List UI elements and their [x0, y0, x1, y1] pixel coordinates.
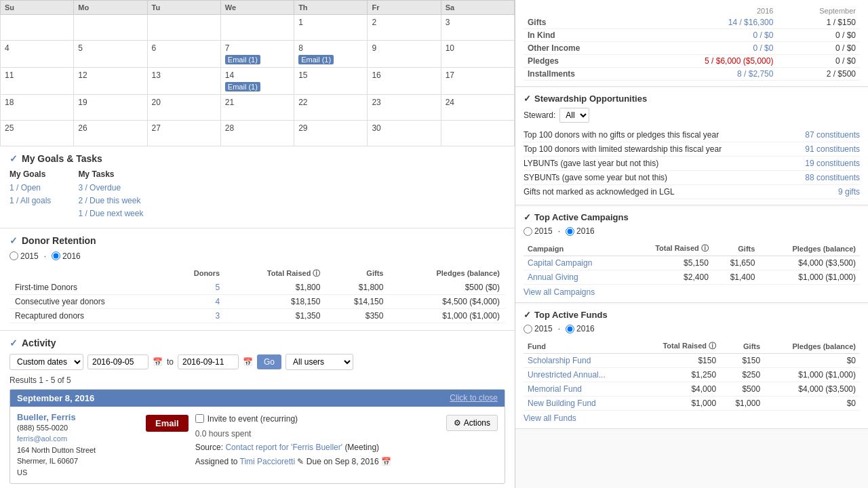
- campaign-pledges: $4,000 ($3,500): [759, 256, 860, 270]
- fund-name: Unrestricted Annual...: [524, 368, 638, 382]
- summary-col-label: [524, 5, 635, 16]
- stewardship-row-label: Gifts not marked as acknowledged in LGL: [524, 187, 675, 197]
- stewardship-row-link[interactable]: 91 constituents: [805, 144, 860, 154]
- day-number: 4: [5, 43, 69, 53]
- cal-header-tu: Tu: [147, 1, 220, 15]
- retention-row-label: First-time Donors: [9, 281, 167, 295]
- campaign-name: Capital Campaign: [524, 256, 626, 270]
- retention-table: Donors Total Raised ⓘ Gifts Pledges (bal…: [9, 266, 505, 323]
- view-all-campaigns-link[interactable]: View all Campaigns: [524, 287, 595, 297]
- steward-select[interactable]: All: [559, 108, 589, 123]
- goals-section: ✓ My Goals & Tasks My Goals 1 / Open 1 /…: [0, 146, 515, 228]
- source-link[interactable]: Contact report for 'Ferris Bueller': [225, 443, 342, 452]
- stewardship-row-link[interactable]: 19 constituents: [805, 159, 860, 168]
- stewardship-row-link[interactable]: 87 constituents: [805, 130, 860, 140]
- fund-gifts: $150: [720, 354, 764, 368]
- retention-row-donors: 4: [167, 294, 225, 308]
- summary-row-label: Installments: [524, 68, 635, 81]
- cal-day: [220, 15, 294, 41]
- fund-pledges: $1,000 ($1,000): [764, 368, 860, 382]
- goals-section-title: ✓ My Goals & Tasks: [9, 153, 505, 164]
- cal-day: 23: [368, 95, 441, 121]
- camp-col-pledges: Pledges (balance): [759, 241, 860, 256]
- stewardship-row-link[interactable]: 9 gifts: [838, 187, 860, 197]
- campaigns-2015-radio[interactable]: 2015: [524, 226, 553, 236]
- email-tag[interactable]: Email (1): [298, 55, 334, 64]
- campaign-gifts: $1,650: [713, 256, 760, 270]
- assigned-row: Assigned to Timi Paccioretti ✎ Due on Se…: [195, 455, 439, 468]
- summary-row: Pledges5 / $6,000 ($5,000)0 / $0: [524, 55, 860, 68]
- day-number: 2: [372, 18, 436, 27]
- funds-icon: ✓: [524, 310, 531, 320]
- funds-2016-radio[interactable]: 2016: [566, 324, 595, 333]
- stewardship-row: LYBUNTs (gave last year but not this)19 …: [524, 157, 860, 171]
- activity-title-text: Activity: [22, 338, 56, 348]
- summary-row-label: Gifts: [524, 16, 635, 29]
- summary-row-2016: 5 / $6,000 ($5,000): [635, 55, 777, 68]
- contact-email[interactable]: ferris@aol.com: [17, 433, 139, 445]
- retention-row: First-time Donors5$1,800$1,800$500 ($0): [9, 281, 505, 295]
- tasks-overdue-link[interactable]: 3 / Overdue: [78, 182, 143, 195]
- date-from-input[interactable]: [87, 354, 149, 369]
- stewardship-row: Top 100 donors with no gifts or pledges …: [524, 128, 860, 142]
- contact-name[interactable]: Bueller, Ferris: [17, 412, 139, 422]
- go-button[interactable]: Go: [257, 354, 281, 369]
- calendar-to-icon[interactable]: 📅: [243, 357, 253, 367]
- day-number: 11: [5, 70, 69, 80]
- close-link[interactable]: Click to close: [450, 393, 498, 403]
- assigned-name[interactable]: Timi Paccioretti: [240, 457, 296, 466]
- retention-2016-input[interactable]: [52, 251, 60, 260]
- activity-section-title: ✓ Activity: [9, 338, 505, 348]
- retention-2015-radio[interactable]: 2015: [9, 251, 39, 261]
- activity-card-header: September 8, 2016 Click to close: [10, 390, 505, 407]
- campaigns-2016-radio[interactable]: 2016: [566, 226, 595, 236]
- fund-col-name: Fund: [524, 339, 638, 354]
- email-tag[interactable]: Email (1): [225, 82, 260, 92]
- invite-checkbox[interactable]: [195, 414, 204, 423]
- goals-title-text: My Goals & Tasks: [22, 153, 102, 164]
- email-button[interactable]: Email: [146, 415, 189, 432]
- cal-day: 24: [441, 95, 514, 121]
- campaigns-icon: ✓: [524, 212, 531, 222]
- right-panel: 2016 September Gifts14 / $16,3001 / $150…: [515, 0, 868, 488]
- day-number: 12: [78, 70, 142, 80]
- fund-row: New Building Fund$1,000$1,000$0: [524, 396, 860, 411]
- fund-pledges: $4,000 ($3,500): [764, 382, 860, 396]
- retention-2015-input[interactable]: [9, 251, 18, 260]
- tasks-due-next-link[interactable]: 1 / Due next week: [78, 207, 143, 220]
- stewardship-row-link[interactable]: 88 constituents: [805, 173, 860, 182]
- fund-col-pledges: Pledges (balance): [764, 339, 860, 354]
- source-label: Source:: [195, 443, 223, 452]
- calendar-from-icon[interactable]: 📅: [153, 357, 163, 367]
- day-number: 5: [78, 43, 142, 53]
- edit-icon[interactable]: ✎: [297, 457, 304, 466]
- fund-col-raised: Total Raised ⓘ: [638, 339, 720, 354]
- cal-day: 11: [1, 68, 74, 95]
- goals-open-link[interactable]: 1 / Open: [9, 182, 51, 195]
- funds-2015-radio[interactable]: 2015: [524, 324, 553, 333]
- cal-day: [441, 121, 514, 146]
- summary-row-sep: 0 / $0: [777, 42, 860, 55]
- users-select[interactable]: All users: [285, 354, 353, 370]
- stewardship-row: Top 100 donors with limited stewardship …: [524, 142, 860, 157]
- fund-row: Scholarship Fund$150$150$0: [524, 354, 860, 368]
- tasks-due-week-link[interactable]: 2 / Due this week: [78, 195, 143, 207]
- actions-button[interactable]: ⚙ Actions: [446, 415, 498, 431]
- day-number: 17: [446, 70, 510, 80]
- date-filter-select[interactable]: Custom dates: [9, 354, 83, 370]
- cal-day: 28: [220, 121, 294, 146]
- cal-header-su: Su: [1, 1, 74, 15]
- fund-name: New Building Fund: [524, 396, 638, 411]
- due-label: Due on Sep 8, 2016: [307, 457, 379, 466]
- donor-retention-section: ✓ Donor Retention 2015 · 2016 Don: [0, 228, 515, 331]
- email-tag[interactable]: Email (1): [225, 55, 260, 64]
- retention-2016-radio[interactable]: 2016: [52, 251, 81, 261]
- view-all-funds-link[interactable]: View all Funds: [524, 413, 576, 423]
- due-cal-icon[interactable]: 📅: [381, 457, 391, 466]
- results-info: Results 1 - 5 of 5: [9, 375, 505, 385]
- date-to-input[interactable]: [178, 354, 239, 369]
- cal-header-fr: Fr: [368, 1, 441, 15]
- stewardship-row: SYBUNTs (gave some year but not this)88 …: [524, 171, 860, 185]
- stewardship-row-label: LYBUNTs (gave last year but not this): [524, 159, 658, 168]
- goals-all-link[interactable]: 1 / All goals: [9, 195, 51, 207]
